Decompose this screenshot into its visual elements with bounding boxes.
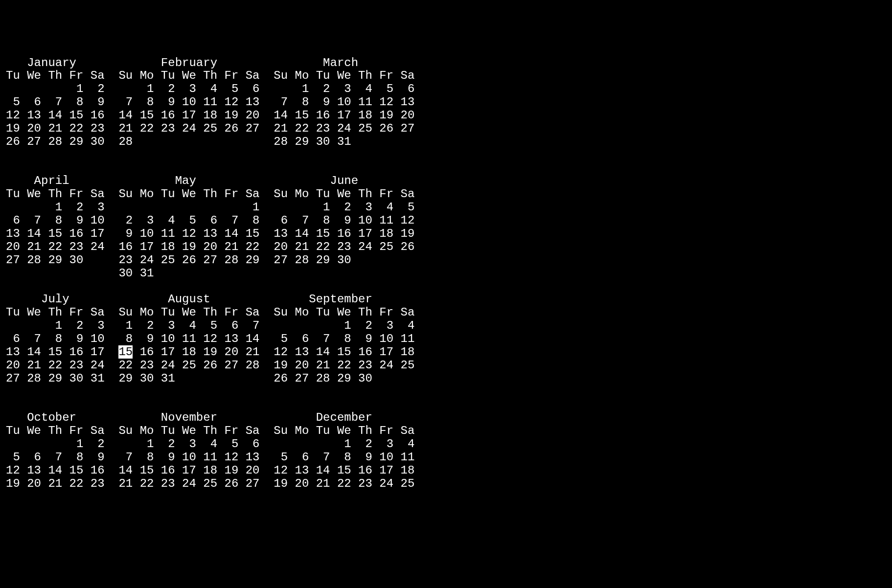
terminal-calendar-output: January February March Tu We Th Fr Sa Su… <box>6 57 886 491</box>
current-date-highlight: 15 <box>118 345 133 359</box>
